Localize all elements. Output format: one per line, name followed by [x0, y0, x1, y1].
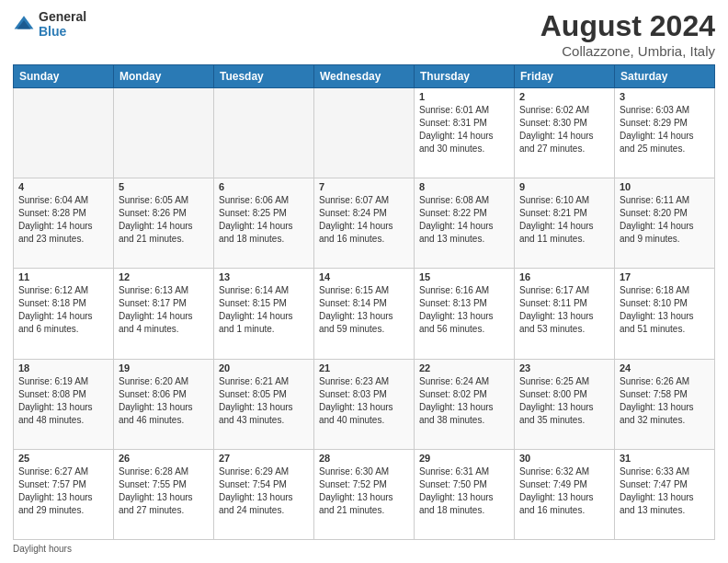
day-info: Sunrise: 6:17 AM Sunset: 8:11 PM Dayligh… [519, 284, 609, 336]
week-row-1: 1Sunrise: 6:01 AM Sunset: 8:31 PM Daylig… [14, 88, 715, 178]
day-info: Sunrise: 6:02 AM Sunset: 8:30 PM Dayligh… [519, 104, 609, 155]
day-info: Sunrise: 6:29 AM Sunset: 7:54 PM Dayligh… [219, 465, 309, 517]
day-number: 26 [119, 453, 209, 464]
calendar-cell-w1d5: 1Sunrise: 6:01 AM Sunset: 8:31 PM Daylig… [415, 88, 515, 178]
calendar-cell-w3d5: 15Sunrise: 6:16 AM Sunset: 8:13 PM Dayli… [415, 269, 515, 359]
calendar-cell-w3d3: 13Sunrise: 6:14 AM Sunset: 8:15 PM Dayli… [214, 269, 314, 359]
logo: General Blue [13, 9, 86, 39]
day-info: Sunrise: 6:32 AM Sunset: 7:49 PM Dayligh… [519, 465, 609, 517]
day-info: Sunrise: 6:04 AM Sunset: 8:28 PM Dayligh… [18, 194, 108, 246]
day-number: 10 [620, 181, 710, 192]
calendar-cell-w1d7: 3Sunrise: 6:03 AM Sunset: 8:29 PM Daylig… [615, 88, 715, 178]
calendar-cell-w1d4 [314, 88, 415, 178]
day-info: Sunrise: 6:28 AM Sunset: 7:55 PM Dayligh… [119, 465, 209, 517]
calendar-cell-w5d2: 26Sunrise: 6:28 AM Sunset: 7:55 PM Dayli… [114, 449, 214, 539]
day-number: 24 [620, 362, 710, 373]
calendar-cell-w3d1: 11Sunrise: 6:12 AM Sunset: 8:18 PM Dayli… [14, 269, 114, 359]
day-number: 16 [519, 271, 609, 282]
day-number: 15 [419, 271, 509, 282]
calendar-cell-w4d6: 23Sunrise: 6:25 AM Sunset: 8:00 PM Dayli… [515, 359, 615, 449]
day-number: 29 [419, 453, 509, 464]
calendar-cell-w5d4: 28Sunrise: 6:30 AM Sunset: 7:52 PM Dayli… [314, 449, 415, 539]
day-info: Sunrise: 6:24 AM Sunset: 8:02 PM Dayligh… [419, 375, 509, 427]
day-number: 18 [18, 362, 108, 373]
day-info: Sunrise: 6:26 AM Sunset: 7:58 PM Dayligh… [620, 375, 710, 427]
day-number: 5 [119, 181, 209, 192]
calendar-cell-w5d6: 30Sunrise: 6:32 AM Sunset: 7:49 PM Dayli… [515, 449, 615, 539]
day-number: 7 [319, 181, 409, 192]
day-info: Sunrise: 6:07 AM Sunset: 8:24 PM Dayligh… [319, 194, 409, 246]
header-sunday: Sunday [14, 65, 114, 88]
week-row-2: 4Sunrise: 6:04 AM Sunset: 8:28 PM Daylig… [14, 178, 715, 269]
subtitle: Collazzone, Umbria, Italy [540, 43, 715, 59]
title-area: August 2024 Collazzone, Umbria, Italy [540, 9, 715, 59]
day-info: Sunrise: 6:25 AM Sunset: 8:00 PM Dayligh… [519, 375, 609, 427]
calendar-cell-w2d6: 9Sunrise: 6:10 AM Sunset: 8:21 PM Daylig… [515, 178, 615, 269]
logo-icon [13, 13, 35, 35]
calendar-header-row: Sunday Monday Tuesday Wednesday Thursday… [14, 65, 715, 88]
day-info: Sunrise: 6:13 AM Sunset: 8:17 PM Dayligh… [119, 284, 209, 336]
calendar-cell-w4d2: 19Sunrise: 6:20 AM Sunset: 8:06 PM Dayli… [114, 359, 214, 449]
calendar-cell-w3d2: 12Sunrise: 6:13 AM Sunset: 8:17 PM Dayli… [114, 269, 214, 359]
week-row-3: 11Sunrise: 6:12 AM Sunset: 8:18 PM Dayli… [14, 269, 715, 359]
day-info: Sunrise: 6:01 AM Sunset: 8:31 PM Dayligh… [419, 104, 509, 155]
calendar-cell-w3d7: 17Sunrise: 6:18 AM Sunset: 8:10 PM Dayli… [615, 269, 715, 359]
day-number: 19 [119, 362, 209, 373]
day-info: Sunrise: 6:06 AM Sunset: 8:25 PM Dayligh… [219, 194, 309, 246]
calendar-cell-w4d3: 20Sunrise: 6:21 AM Sunset: 8:05 PM Dayli… [214, 359, 314, 449]
calendar-cell-w1d3 [214, 88, 314, 178]
calendar-cell-w5d5: 29Sunrise: 6:31 AM Sunset: 7:50 PM Dayli… [415, 449, 515, 539]
day-number: 31 [620, 453, 710, 464]
day-number: 1 [419, 91, 509, 102]
day-info: Sunrise: 6:16 AM Sunset: 8:13 PM Dayligh… [419, 284, 509, 336]
header: General Blue August 2024 Collazzone, Umb… [13, 9, 715, 59]
calendar-cell-w2d3: 6Sunrise: 6:06 AM Sunset: 8:25 PM Daylig… [214, 178, 314, 269]
calendar-cell-w2d1: 4Sunrise: 6:04 AM Sunset: 8:28 PM Daylig… [14, 178, 114, 269]
day-info: Sunrise: 6:21 AM Sunset: 8:05 PM Dayligh… [219, 375, 309, 427]
day-info: Sunrise: 6:33 AM Sunset: 7:47 PM Dayligh… [620, 465, 710, 517]
day-info: Sunrise: 6:12 AM Sunset: 8:18 PM Dayligh… [18, 284, 108, 336]
day-info: Sunrise: 6:18 AM Sunset: 8:10 PM Dayligh… [620, 284, 710, 336]
calendar-cell-w1d2 [114, 88, 214, 178]
header-thursday: Thursday [415, 65, 515, 88]
logo-text: General Blue [39, 9, 86, 39]
header-wednesday: Wednesday [314, 65, 415, 88]
header-monday: Monday [114, 65, 214, 88]
day-number: 8 [419, 181, 509, 192]
calendar-cell-w2d2: 5Sunrise: 6:05 AM Sunset: 8:26 PM Daylig… [114, 178, 214, 269]
week-row-5: 25Sunrise: 6:27 AM Sunset: 7:57 PM Dayli… [14, 449, 715, 539]
calendar-cell-w4d1: 18Sunrise: 6:19 AM Sunset: 8:08 PM Dayli… [14, 359, 114, 449]
calendar-cell-w2d5: 8Sunrise: 6:08 AM Sunset: 8:22 PM Daylig… [415, 178, 515, 269]
day-info: Sunrise: 6:19 AM Sunset: 8:08 PM Dayligh… [18, 375, 108, 427]
day-info: Sunrise: 6:15 AM Sunset: 8:14 PM Dayligh… [319, 284, 409, 336]
day-number: 12 [119, 271, 209, 282]
day-number: 25 [18, 453, 108, 464]
calendar-cell-w4d4: 21Sunrise: 6:23 AM Sunset: 8:03 PM Dayli… [314, 359, 415, 449]
calendar-cell-w3d4: 14Sunrise: 6:15 AM Sunset: 8:14 PM Dayli… [314, 269, 415, 359]
week-row-4: 18Sunrise: 6:19 AM Sunset: 8:08 PM Dayli… [14, 359, 715, 449]
calendar-cell-w1d1 [14, 88, 114, 178]
calendar-cell-w5d1: 25Sunrise: 6:27 AM Sunset: 7:57 PM Dayli… [14, 449, 114, 539]
day-number: 20 [219, 362, 309, 373]
day-info: Sunrise: 6:03 AM Sunset: 8:29 PM Dayligh… [620, 104, 710, 155]
day-number: 14 [319, 271, 409, 282]
day-number: 3 [620, 91, 710, 102]
day-info: Sunrise: 6:14 AM Sunset: 8:15 PM Dayligh… [219, 284, 309, 336]
calendar-cell-w4d7: 24Sunrise: 6:26 AM Sunset: 7:58 PM Dayli… [615, 359, 715, 449]
day-number: 4 [18, 181, 108, 192]
day-number: 21 [319, 362, 409, 373]
calendar-cell-w2d4: 7Sunrise: 6:07 AM Sunset: 8:24 PM Daylig… [314, 178, 415, 269]
day-info: Sunrise: 6:23 AM Sunset: 8:03 PM Dayligh… [319, 375, 409, 427]
day-number: 23 [519, 362, 609, 373]
header-friday: Friday [515, 65, 615, 88]
day-info: Sunrise: 6:31 AM Sunset: 7:50 PM Dayligh… [419, 465, 509, 517]
main-title: August 2024 [540, 9, 715, 43]
day-info: Sunrise: 6:08 AM Sunset: 8:22 PM Dayligh… [419, 194, 509, 246]
header-tuesday: Tuesday [214, 65, 314, 88]
day-number: 17 [620, 271, 710, 282]
calendar-cell-w5d3: 27Sunrise: 6:29 AM Sunset: 7:54 PM Dayli… [214, 449, 314, 539]
day-info: Sunrise: 6:30 AM Sunset: 7:52 PM Dayligh… [319, 465, 409, 517]
day-info: Sunrise: 6:11 AM Sunset: 8:20 PM Dayligh… [620, 194, 710, 246]
day-number: 9 [519, 181, 609, 192]
calendar-cell-w1d6: 2Sunrise: 6:02 AM Sunset: 8:30 PM Daylig… [515, 88, 615, 178]
